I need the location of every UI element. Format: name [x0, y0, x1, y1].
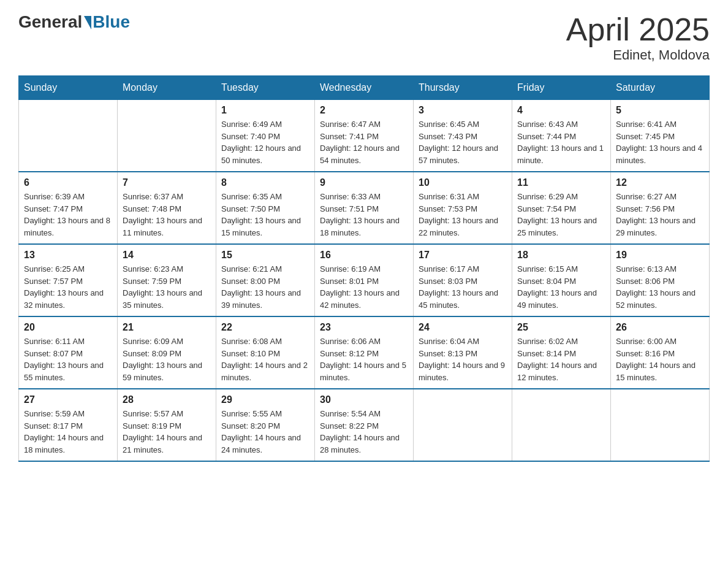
day-info: Sunrise: 6:25 AMSunset: 7:57 PMDaylight:… [24, 263, 112, 311]
day-number: 6 [24, 177, 112, 188]
day-number: 2 [320, 105, 408, 116]
page-subtitle: Edinet, Moldova [566, 47, 710, 63]
day-number: 16 [320, 250, 408, 261]
day-info: Sunrise: 6:17 AMSunset: 8:03 PMDaylight:… [419, 263, 507, 311]
day-info: Sunrise: 6:04 AMSunset: 8:13 PMDaylight:… [419, 335, 507, 383]
day-number: 17 [419, 250, 507, 261]
calendar-day-cell: 17Sunrise: 6:17 AMSunset: 8:03 PMDayligh… [414, 244, 512, 316]
day-number: 22 [221, 322, 309, 333]
calendar-week-row: 13Sunrise: 6:25 AMSunset: 7:57 PMDayligh… [19, 244, 710, 316]
calendar-day-cell: 5Sunrise: 6:41 AMSunset: 7:45 PMDaylight… [611, 100, 710, 172]
day-info: Sunrise: 6:21 AMSunset: 8:00 PMDaylight:… [221, 263, 309, 311]
calendar-day-cell: 7Sunrise: 6:37 AMSunset: 7:48 PMDaylight… [118, 172, 216, 244]
logo: General Blue [18, 12, 130, 32]
day-number: 9 [320, 177, 408, 188]
day-number: 8 [221, 177, 309, 188]
calendar-day-cell: 29Sunrise: 5:55 AMSunset: 8:20 PMDayligh… [216, 389, 315, 461]
calendar-day-cell: 19Sunrise: 6:13 AMSunset: 8:06 PMDayligh… [611, 244, 710, 316]
day-info: Sunrise: 6:00 AMSunset: 8:16 PMDaylight:… [616, 335, 704, 383]
day-number: 30 [320, 394, 408, 405]
weekday-header: Monday [118, 76, 216, 100]
day-info: Sunrise: 6:43 AMSunset: 7:44 PMDaylight:… [517, 118, 605, 166]
day-number: 10 [419, 177, 507, 188]
weekday-header: Sunday [19, 76, 118, 100]
day-info: Sunrise: 5:57 AMSunset: 8:19 PMDaylight:… [123, 408, 211, 456]
weekday-header: Saturday [611, 76, 710, 100]
calendar-day-cell: 21Sunrise: 6:09 AMSunset: 8:09 PMDayligh… [118, 316, 216, 389]
day-number: 18 [517, 250, 605, 261]
calendar-day-cell: 15Sunrise: 6:21 AMSunset: 8:00 PMDayligh… [216, 244, 315, 316]
day-number: 23 [320, 322, 408, 333]
title-block: April 2025 Edinet, Moldova [566, 12, 710, 63]
day-number: 29 [221, 394, 309, 405]
day-number: 27 [24, 394, 112, 405]
day-info: Sunrise: 6:47 AMSunset: 7:41 PMDaylight:… [320, 118, 408, 166]
calendar-day-cell: 16Sunrise: 6:19 AMSunset: 8:01 PMDayligh… [315, 244, 414, 316]
weekday-header: Tuesday [216, 76, 315, 100]
day-info: Sunrise: 6:09 AMSunset: 8:09 PMDaylight:… [123, 335, 211, 383]
calendar-day-cell: 24Sunrise: 6:04 AMSunset: 8:13 PMDayligh… [414, 316, 512, 389]
day-number: 5 [616, 105, 704, 116]
day-info: Sunrise: 6:08 AMSunset: 8:10 PMDaylight:… [221, 335, 309, 383]
day-info: Sunrise: 6:15 AMSunset: 8:04 PMDaylight:… [517, 263, 605, 311]
calendar-day-cell: 3Sunrise: 6:45 AMSunset: 7:43 PMDaylight… [414, 100, 512, 172]
day-info: Sunrise: 6:45 AMSunset: 7:43 PMDaylight:… [419, 118, 507, 166]
page-title: April 2025 [566, 12, 710, 47]
calendar-day-cell: 1Sunrise: 6:49 AMSunset: 7:40 PMDaylight… [216, 100, 315, 172]
calendar-day-cell: 28Sunrise: 5:57 AMSunset: 8:19 PMDayligh… [118, 389, 216, 461]
calendar-week-row: 1Sunrise: 6:49 AMSunset: 7:40 PMDaylight… [19, 100, 710, 172]
calendar-day-cell [118, 100, 216, 172]
page-header: General Blue April 2025 Edinet, Moldova [18, 12, 710, 63]
calendar-day-cell: 6Sunrise: 6:39 AMSunset: 7:47 PMDaylight… [19, 172, 118, 244]
calendar-day-cell: 14Sunrise: 6:23 AMSunset: 7:59 PMDayligh… [118, 244, 216, 316]
calendar-day-cell: 11Sunrise: 6:29 AMSunset: 7:54 PMDayligh… [512, 172, 611, 244]
calendar-day-cell: 23Sunrise: 6:06 AMSunset: 8:12 PMDayligh… [315, 316, 414, 389]
calendar-day-cell: 13Sunrise: 6:25 AMSunset: 7:57 PMDayligh… [19, 244, 118, 316]
calendar-week-row: 6Sunrise: 6:39 AMSunset: 7:47 PMDaylight… [19, 172, 710, 244]
day-number: 28 [123, 394, 211, 405]
calendar-day-cell [611, 389, 710, 461]
day-info: Sunrise: 6:19 AMSunset: 8:01 PMDaylight:… [320, 263, 408, 311]
calendar-day-cell: 9Sunrise: 6:33 AMSunset: 7:51 PMDaylight… [315, 172, 414, 244]
weekday-header: Friday [512, 76, 611, 100]
calendar-header-row: SundayMondayTuesdayWednesdayThursdayFrid… [19, 76, 710, 100]
calendar-week-row: 27Sunrise: 5:59 AMSunset: 8:17 PMDayligh… [19, 389, 710, 461]
day-info: Sunrise: 6:06 AMSunset: 8:12 PMDaylight:… [320, 335, 408, 383]
day-number: 26 [616, 322, 704, 333]
calendar-day-cell [512, 389, 611, 461]
day-number: 15 [221, 250, 309, 261]
logo-triangle-icon [84, 16, 91, 29]
calendar-day-cell: 10Sunrise: 6:31 AMSunset: 7:53 PMDayligh… [414, 172, 512, 244]
weekday-header: Wednesday [315, 76, 414, 100]
day-info: Sunrise: 6:29 AMSunset: 7:54 PMDaylight:… [517, 191, 605, 239]
calendar-week-row: 20Sunrise: 6:11 AMSunset: 8:07 PMDayligh… [19, 316, 710, 389]
day-number: 4 [517, 105, 605, 116]
calendar-day-cell: 26Sunrise: 6:00 AMSunset: 8:16 PMDayligh… [611, 316, 710, 389]
day-number: 20 [24, 322, 112, 333]
day-info: Sunrise: 6:31 AMSunset: 7:53 PMDaylight:… [419, 191, 507, 239]
day-number: 3 [419, 105, 507, 116]
logo-general-text: General [18, 12, 82, 32]
day-info: Sunrise: 6:33 AMSunset: 7:51 PMDaylight:… [320, 191, 408, 239]
day-info: Sunrise: 6:23 AMSunset: 7:59 PMDaylight:… [123, 263, 211, 311]
day-number: 14 [123, 250, 211, 261]
day-info: Sunrise: 6:27 AMSunset: 7:56 PMDaylight:… [616, 191, 704, 239]
day-number: 24 [419, 322, 507, 333]
day-info: Sunrise: 6:41 AMSunset: 7:45 PMDaylight:… [616, 118, 704, 166]
day-info: Sunrise: 6:37 AMSunset: 7:48 PMDaylight:… [123, 191, 211, 239]
day-number: 11 [517, 177, 605, 188]
day-info: Sunrise: 6:49 AMSunset: 7:40 PMDaylight:… [221, 118, 309, 166]
day-number: 1 [221, 105, 309, 116]
calendar-day-cell: 22Sunrise: 6:08 AMSunset: 8:10 PMDayligh… [216, 316, 315, 389]
calendar-day-cell: 8Sunrise: 6:35 AMSunset: 7:50 PMDaylight… [216, 172, 315, 244]
calendar-day-cell: 18Sunrise: 6:15 AMSunset: 8:04 PMDayligh… [512, 244, 611, 316]
calendar-day-cell [414, 389, 512, 461]
calendar-day-cell: 4Sunrise: 6:43 AMSunset: 7:44 PMDaylight… [512, 100, 611, 172]
day-info: Sunrise: 5:59 AMSunset: 8:17 PMDaylight:… [24, 408, 112, 456]
day-info: Sunrise: 6:35 AMSunset: 7:50 PMDaylight:… [221, 191, 309, 239]
weekday-header: Thursday [414, 76, 512, 100]
day-number: 19 [616, 250, 704, 261]
calendar-day-cell: 2Sunrise: 6:47 AMSunset: 7:41 PMDaylight… [315, 100, 414, 172]
day-number: 13 [24, 250, 112, 261]
day-number: 21 [123, 322, 211, 333]
